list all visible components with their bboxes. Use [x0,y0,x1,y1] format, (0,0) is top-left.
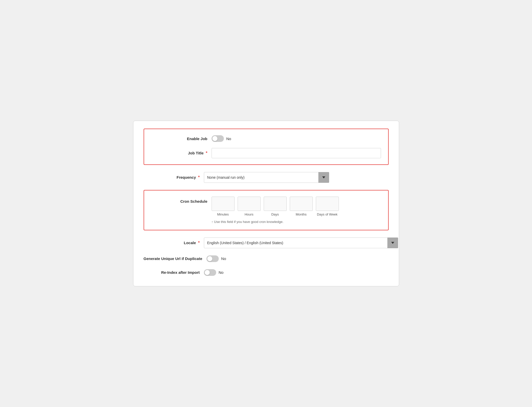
cron-days-label: Days [264,212,287,217]
job-title-row: Job Title * [151,148,381,158]
locale-required-star: * [197,241,200,245]
locale-label: Locale * [144,241,200,245]
cron-minutes-label: Minutes [212,212,235,217]
cron-days-of-week-label: Days of Week [316,212,339,217]
toggle-track-3 [204,269,216,276]
cron-schedule-row: Cron Schedule Minutes Hours Days Months [151,197,381,224]
form-container: Enable Job No Job Title * [133,121,399,286]
generate-unique-url-label: Generate Unique Url if Duplicate [144,256,202,261]
cron-hours-label: Hours [238,212,261,217]
generate-unique-url-toggle-container: No [206,255,226,262]
enable-job-toggle[interactable] [212,135,224,142]
form-section: Enable Job No Job Title * [144,129,389,276]
enable-job-row: Enable Job No [151,135,381,142]
cron-labels-row: Minutes Hours Days Months Days of Week [212,212,339,217]
toggle-track [212,135,224,142]
cron-hours-input[interactable] [238,197,261,211]
reindex-after-import-toggle-container: No [204,269,224,276]
cron-schedule-label: Cron Schedule [151,197,207,204]
reindex-after-import-row: Re-Index after Import No [144,269,389,276]
enable-job-toggle-label: No [226,137,231,141]
generate-unique-url-toggle[interactable] [206,255,219,262]
job-title-label: Job Title * [151,151,207,155]
locale-row: Locale * English (United States) / Engli… [144,238,389,248]
job-title-input[interactable] [212,148,381,158]
reindex-after-import-toggle-label: No [219,270,224,275]
toggle-thumb [212,136,217,141]
cron-inputs-row [212,197,339,211]
cron-months-input[interactable] [290,197,313,211]
generate-unique-url-row: Generate Unique Url if Duplicate No [144,255,389,262]
locale-select-wrapper: English (United States) / English (Unite… [204,238,398,248]
frequency-select-wrapper: None (manual run only) Every minute Ever… [204,172,329,183]
enable-job-box: Enable Job No Job Title * [144,129,389,165]
toggle-thumb-2 [207,256,212,261]
cron-days-of-week-input[interactable] [316,197,339,211]
frequency-select[interactable]: None (manual run only) Every minute Ever… [204,172,329,183]
frequency-row: Frequency * None (manual run only) Every… [144,172,389,183]
cron-fields: Minutes Hours Days Months Days of Week ↑… [212,197,339,224]
cron-months-label: Months [290,212,313,217]
reindex-after-import-toggle[interactable] [204,269,216,276]
reindex-after-import-label: Re-Index after Import [144,270,200,275]
job-title-required-star: * [205,151,207,155]
generate-unique-url-toggle-label: No [221,256,226,261]
cron-days-input[interactable] [264,197,287,211]
cron-hint: ↑ Use this field if you have good cron k… [212,220,339,224]
cron-minutes-input[interactable] [212,197,235,211]
frequency-required-star: * [197,175,200,179]
enable-job-label: Enable Job [151,137,207,141]
locale-select[interactable]: English (United States) / English (Unite… [204,238,398,248]
toggle-thumb-3 [205,270,210,275]
enable-job-toggle-container: No [212,135,231,142]
toggle-track-2 [206,255,219,262]
frequency-label: Frequency * [144,175,200,180]
cron-schedule-box: Cron Schedule Minutes Hours Days Months [144,190,389,230]
